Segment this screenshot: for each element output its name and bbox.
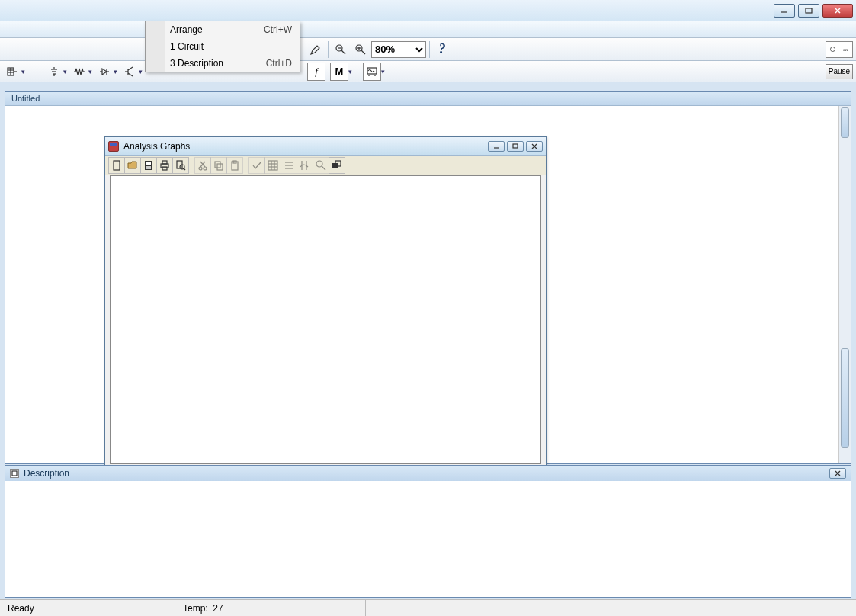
status-bar: Ready Temp: 27 <box>0 599 856 616</box>
svg-rect-67 <box>12 471 17 476</box>
close-button[interactable] <box>822 4 853 18</box>
dropdown-arrow-icon[interactable]: ▾ <box>139 68 144 75</box>
document-title: Untitled <box>5 92 851 106</box>
menu-shortcut: Ctrl+D <box>266 58 292 69</box>
help-button[interactable]: ? <box>433 40 451 59</box>
zoom-out-button[interactable] <box>332 40 350 59</box>
dropdown-arrow-icon[interactable]: ▾ <box>348 68 354 75</box>
svg-rect-40 <box>162 161 167 164</box>
window-menu-dropdown: Arrange Ctrl+W 1 Circuit 3 Description C… <box>145 21 300 72</box>
vertical-scrollbar[interactable] <box>838 106 851 463</box>
status-temp: Temp: 27 <box>175 600 366 616</box>
edit-tool-button[interactable] <box>306 40 325 59</box>
svg-line-5 <box>341 50 345 54</box>
svg-line-44 <box>184 168 185 170</box>
function-button[interactable]: f <box>307 63 325 81</box>
print-preview-button[interactable] <box>172 157 189 174</box>
transistor-button[interactable] <box>120 63 139 81</box>
restore-button[interactable] <box>329 157 345 174</box>
pause-button[interactable]: Pause <box>826 64 853 79</box>
menu-item-description[interactable]: 3 Description Ctrl+D <box>146 55 300 72</box>
child-close-button[interactable] <box>526 141 543 152</box>
check-button[interactable] <box>248 157 265 174</box>
child-window-title: Analysis Graphs <box>123 141 190 152</box>
maximize-button[interactable] <box>798 4 819 18</box>
paste-button[interactable] <box>226 157 243 174</box>
svg-point-46 <box>204 167 207 170</box>
dropdown-arrow-icon[interactable]: ▾ <box>63 68 69 75</box>
status-ready: Ready <box>0 600 175 616</box>
grid-button[interactable] <box>264 157 281 174</box>
print-button[interactable] <box>156 157 173 174</box>
cursor-button[interactable] <box>297 157 313 174</box>
menu-label: 1 Circuit <box>170 41 204 52</box>
analysis-graphs-window: Analysis Graphs <box>104 136 547 469</box>
oscilloscope-button[interactable] <box>363 63 381 81</box>
resistor-button[interactable] <box>70 63 88 81</box>
window-titlebar <box>0 0 856 21</box>
open-button[interactable] <box>124 157 141 174</box>
menu-item-circuit[interactable]: 1 Circuit <box>146 38 300 55</box>
child-minimize-button[interactable] <box>488 141 505 152</box>
zoom-select[interactable]: 80% <box>371 41 426 58</box>
copy-button[interactable] <box>210 157 227 174</box>
description-title-text: Description <box>24 468 69 479</box>
description-icon <box>10 469 19 478</box>
mdi-workspace: Untitled Analysis Graphs <box>5 91 851 464</box>
toolbar-row-1: 80% ? ⎓ <box>0 38 856 61</box>
dropdown-arrow-icon[interactable]: ▾ <box>21 68 27 75</box>
save-button[interactable] <box>140 157 157 174</box>
description-close-button[interactable] <box>829 468 846 479</box>
menu-label: 3 Description <box>170 58 223 69</box>
legend-button[interactable] <box>281 157 297 174</box>
description-content[interactable] <box>5 481 851 597</box>
svg-rect-1 <box>806 8 812 13</box>
zoom-region-button[interactable] <box>313 157 329 174</box>
graph-canvas[interactable] <box>110 175 541 464</box>
dropdown-arrow-icon[interactable]: ▾ <box>381 68 386 75</box>
toolbar-row-2: ▾ ▾ ▾ ▾ ▾ f M ▾ ▾ Pause <box>0 61 856 82</box>
analysis-graphs-icon <box>108 141 119 152</box>
dropdown-arrow-icon[interactable]: ▾ <box>114 68 119 75</box>
svg-point-45 <box>199 167 202 170</box>
menubar-area <box>0 21 856 38</box>
circuit-canvas[interactable]: Analysis Graphs <box>5 106 851 463</box>
description-titlebar: Description <box>5 466 851 481</box>
zoom-in-button[interactable] <box>351 40 370 59</box>
source-button[interactable] <box>45 63 63 81</box>
svg-line-64 <box>322 166 325 170</box>
dropdown-arrow-icon[interactable]: ▾ <box>88 68 94 75</box>
description-panel: Description <box>5 465 851 598</box>
svg-rect-28 <box>367 68 377 74</box>
cut-button[interactable] <box>194 157 211 174</box>
menu-item-arrange[interactable]: Arrange Ctrl+W <box>146 21 300 38</box>
menu-shortcut: Ctrl+W <box>264 24 292 35</box>
svg-point-63 <box>316 161 322 167</box>
svg-rect-37 <box>146 162 151 165</box>
svg-rect-53 <box>268 161 277 170</box>
menu-label: Arrange <box>170 24 203 35</box>
svg-line-26 <box>128 67 133 70</box>
separator <box>429 41 430 58</box>
child-toolbar <box>105 156 546 175</box>
svg-rect-32 <box>513 144 518 148</box>
new-button[interactable] <box>108 157 125 174</box>
child-window-titlebar[interactable]: Analysis Graphs <box>105 137 546 156</box>
simulation-switch-icon[interactable]: ⎓ <box>826 41 853 58</box>
svg-line-27 <box>128 73 133 76</box>
component-grid-button[interactable] <box>3 63 21 81</box>
separator <box>328 41 329 58</box>
svg-rect-38 <box>146 166 151 169</box>
status-spacer <box>366 600 856 616</box>
diode-button[interactable] <box>95 63 114 81</box>
child-maximize-button[interactable] <box>507 141 524 152</box>
m-button[interactable]: M <box>330 63 348 81</box>
svg-line-8 <box>361 50 365 54</box>
minimize-button[interactable] <box>774 4 795 18</box>
svg-rect-35 <box>114 161 120 170</box>
